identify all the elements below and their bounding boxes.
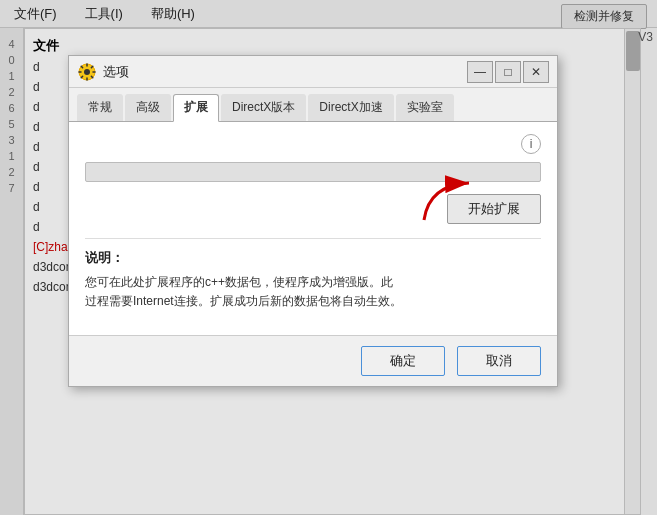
desc-label: 说明： <box>85 249 541 267</box>
tab-lab[interactable]: 实验室 <box>396 94 454 121</box>
tab-advanced[interactable]: 高级 <box>125 94 171 121</box>
info-icon[interactable]: i <box>521 134 541 154</box>
cancel-button[interactable]: 取消 <box>457 346 541 376</box>
close-button[interactable]: ✕ <box>523 61 549 83</box>
options-dialog: 选项 — □ ✕ 常规 高级 扩展 DirectX版本 DirectX加速 实验… <box>68 55 558 387</box>
minimize-button[interactable]: — <box>467 61 493 83</box>
desc-text: 您可在此处扩展程序的c++数据包，使程序成为增强版。此 过程需要Internet… <box>85 273 541 311</box>
info-icon-row: i <box>85 134 541 154</box>
tab-directx-accel[interactable]: DirectX加速 <box>308 94 393 121</box>
maximize-button[interactable]: □ <box>495 61 521 83</box>
ok-button[interactable]: 确定 <box>361 346 445 376</box>
options-icon <box>78 63 96 81</box>
tab-directx-version[interactable]: DirectX版本 <box>221 94 306 121</box>
tab-bar: 常规 高级 扩展 DirectX版本 DirectX加速 实验室 <box>69 88 557 122</box>
dialog-footer: 确定 取消 <box>69 335 557 386</box>
dialog-titlebar: 选项 — □ ✕ <box>69 56 557 88</box>
expand-button-row: 开始扩展 <box>85 194 541 224</box>
tab-general[interactable]: 常规 <box>77 94 123 121</box>
dialog-controls: — □ ✕ <box>467 61 549 83</box>
dialog-icon <box>77 62 97 82</box>
red-arrow <box>419 175 479 228</box>
dialog-title: 选项 <box>103 63 467 81</box>
svg-point-1 <box>84 69 90 75</box>
tab-expand[interactable]: 扩展 <box>173 94 219 122</box>
description-section: 说明： 您可在此处扩展程序的c++数据包，使程序成为增强版。此 过程需要Inte… <box>85 238 541 311</box>
dialog-body: i 开始扩展 <box>69 122 557 335</box>
